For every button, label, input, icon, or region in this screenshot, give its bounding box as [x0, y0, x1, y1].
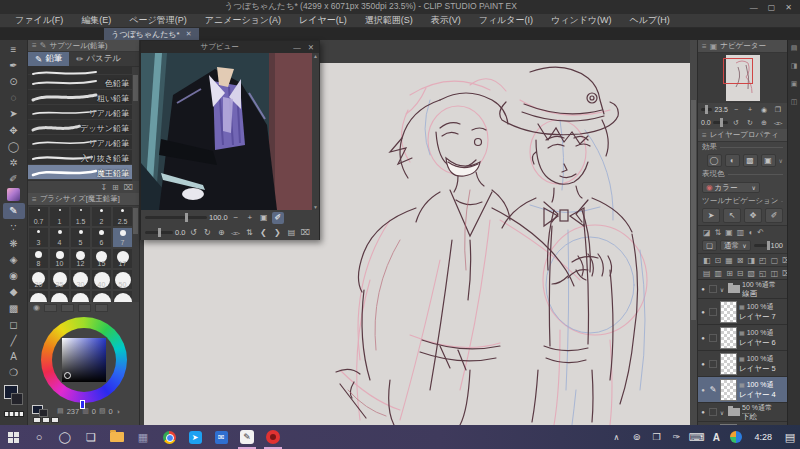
size-cell[interactable]: 17	[112, 248, 133, 269]
reset-rotate-icon[interactable]: ⊕	[215, 227, 227, 239]
draft-layer-icon[interactable]: ⊡	[715, 256, 722, 265]
menu-animation[interactable]: アニメーション(A)	[196, 14, 290, 27]
tab-pencil[interactable]: ✎ 鉛筆	[28, 52, 69, 65]
enable-mask-icon[interactable]: ◨	[748, 256, 756, 265]
size-cell[interactable]: 10	[49, 248, 70, 269]
task-view-icon[interactable]: ❏	[78, 425, 104, 449]
nav-fit-icon[interactable]: ❐	[772, 104, 784, 116]
size-option-button[interactable]	[61, 304, 74, 312]
subtool-header[interactable]: ≡ ✎ サブツール(鉛筆)	[28, 40, 139, 52]
layer-row[interactable]: ● ▦ 100 %通レイヤー 7	[698, 299, 787, 325]
nav-reset-rotate-icon[interactable]: ⊕	[758, 117, 770, 129]
toolnav-button-3[interactable]: ✥	[744, 208, 762, 223]
new-raster-layer-icon[interactable]: ▤	[703, 269, 711, 278]
layer-row-selected[interactable]: ● ✎ ▦ 100 %通レイヤー 4	[698, 377, 787, 403]
brush-row-taper-pencil[interactable]: 入り抜き鉛筆	[28, 150, 139, 165]
subview-image[interactable]: ▲▼	[141, 53, 319, 210]
nav-zoom-out-icon[interactable]: −	[730, 104, 742, 116]
layer-checkbox[interactable]	[709, 360, 717, 368]
effect-extract-line-icon[interactable]: ▣	[761, 154, 776, 167]
subview-minimize-icon[interactable]: —	[293, 43, 301, 52]
size-cell[interactable]: 3	[28, 227, 49, 248]
cortana-icon[interactable]: ◯	[52, 425, 78, 449]
nav-actual-size-icon[interactable]: ◉	[758, 104, 770, 116]
size-cell[interactable]: 30	[70, 269, 91, 290]
lock-layer-icon[interactable]: ▦	[725, 256, 733, 265]
rotate-cw-icon[interactable]: ↻	[201, 227, 213, 239]
density-icon[interactable]: ◉	[33, 303, 40, 312]
layer-folder-row[interactable]: ● ∨ 100 %通常線画	[698, 280, 787, 299]
balloon-tool-icon[interactable]: ❍	[3, 365, 25, 381]
subview-eyedropper-icon[interactable]: ✐	[272, 212, 284, 224]
figure-tool-icon[interactable]: ◻	[3, 316, 25, 332]
size-cell[interactable]: 20	[28, 269, 49, 290]
effect-halftone-icon[interactable]: ▩	[743, 154, 758, 167]
expander-icon[interactable]: ∨	[718, 286, 726, 293]
color-mixer-icon[interactable]: ◑	[116, 408, 120, 415]
layer-tone-icon[interactable]: ◐	[748, 228, 753, 237]
mail-app-icon[interactable]: ✉	[208, 425, 234, 449]
size-option-button[interactable]	[44, 304, 57, 312]
menu-file[interactable]: ファイル(F)	[6, 14, 72, 27]
eye-icon[interactable]: ●	[698, 335, 708, 341]
new-folder-icon[interactable]: ⊞	[726, 269, 733, 278]
display-settings-icon[interactable]: ❒	[646, 425, 666, 449]
minimize-button[interactable]: —	[750, 3, 758, 12]
size-option-button[interactable]	[95, 304, 108, 312]
size-option-button[interactable]	[78, 304, 91, 312]
layer-checkbox[interactable]	[709, 285, 717, 293]
item-palette-icon[interactable]: ▣	[791, 80, 798, 88]
selection-tool-icon[interactable]: ◌	[3, 90, 25, 106]
size-cell[interactable]: 120	[112, 290, 133, 302]
effect-border-icon[interactable]: ◯	[707, 154, 722, 167]
eye-icon[interactable]: ●	[698, 309, 708, 315]
brush-row-partial[interactable]	[28, 67, 139, 75]
clip-at-layer-below-icon[interactable]: ◧	[703, 256, 711, 265]
layer-checkbox[interactable]	[709, 334, 717, 342]
panel-menu-icon[interactable]: ≡	[32, 195, 37, 204]
flip-horizontal-icon[interactable]: ◅▻	[229, 227, 241, 239]
fill-tool-icon[interactable]: ◆	[3, 284, 25, 300]
eye-icon[interactable]: ●	[698, 387, 708, 393]
size-cell[interactable]: 1.5	[70, 206, 91, 227]
navigator-rotate-slider[interactable]	[713, 121, 728, 124]
layer-folder-row[interactable]: ● ∨ 50 %通常下絵	[698, 403, 787, 422]
eye-icon[interactable]: ●	[698, 409, 708, 415]
subview-scrollbar[interactable]: ▲▼	[312, 53, 319, 210]
tray-expand-icon[interactable]: ∧	[606, 425, 626, 449]
custom-brush-tool-icon[interactable]	[3, 187, 25, 203]
prev-image-icon[interactable]: ❮	[257, 227, 269, 239]
remove-image-icon[interactable]: ⌧	[299, 227, 311, 239]
layer-thumbnail[interactable]	[720, 301, 737, 323]
new-vector-layer-icon[interactable]: ▥	[715, 269, 723, 278]
eraser-tool-icon[interactable]: ◈	[3, 251, 25, 267]
layer-thumbnail[interactable]	[720, 327, 737, 349]
toolnav-button-2[interactable]: ↖	[723, 208, 741, 223]
expander-icon[interactable]: ∨	[718, 409, 726, 416]
layer-color-toggle-icon[interactable]: ▢	[771, 256, 779, 265]
onedrive-icon[interactable]: ⊚	[626, 425, 646, 449]
airbrush-tool-icon[interactable]: ∵	[3, 219, 25, 235]
effect-more-icon[interactable]: ∨	[779, 157, 783, 164]
blend-mode-dropdown[interactable]: 通常 ∨	[720, 240, 751, 251]
layer-thumbnail-icon[interactable]: ▣	[725, 228, 733, 237]
recording-app-icon[interactable]	[260, 425, 286, 449]
size-cell[interactable]: 2.5	[112, 206, 133, 227]
lasso-tool-icon[interactable]: ◯	[3, 138, 25, 154]
size-cell[interactable]: 1	[49, 206, 70, 227]
import-subtool-icon[interactable]: ↧	[100, 183, 107, 192]
pencil-tool-icon[interactable]: ✎	[3, 203, 25, 219]
quick-access-palette-icon[interactable]: ◫	[791, 98, 798, 106]
layer-checkbox[interactable]	[709, 408, 717, 416]
layer-row[interactable]: ● ▦ 100 %通レイヤー 6	[698, 325, 787, 351]
decoration-tool-icon[interactable]: ❋	[3, 235, 25, 251]
file-explorer-icon[interactable]	[104, 425, 130, 449]
start-button[interactable]	[0, 425, 26, 449]
taskbar-clock[interactable]: 4:28	[746, 432, 780, 442]
size-cell[interactable]: 0.7	[28, 206, 49, 227]
set-ruler-icon[interactable]: ◰	[759, 256, 767, 265]
menu-edit[interactable]: 編集(E)	[72, 14, 120, 27]
add-subtool-icon[interactable]: ⊞	[112, 183, 119, 192]
text-tool-icon[interactable]: A	[3, 349, 25, 365]
brush-row-real-pencil[interactable]: リアル鉛筆	[28, 105, 139, 120]
